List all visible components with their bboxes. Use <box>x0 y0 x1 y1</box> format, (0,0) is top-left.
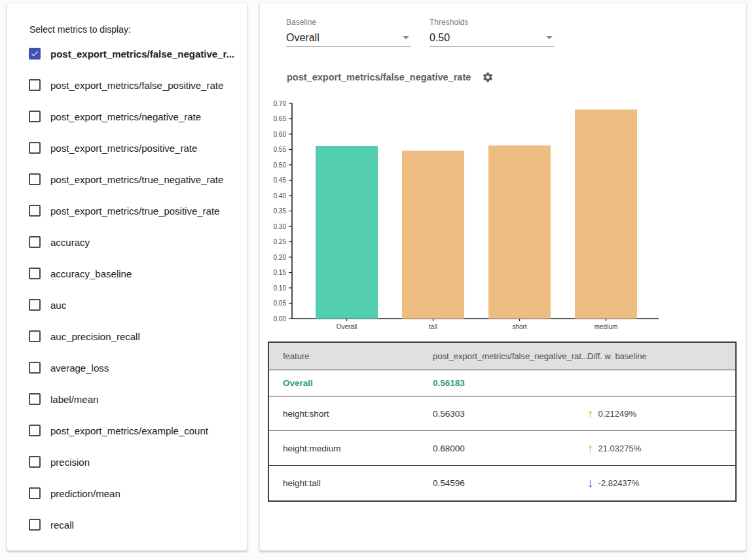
checkbox-unchecked-icon[interactable] <box>29 456 41 468</box>
checkbox-unchecked-icon[interactable] <box>29 299 41 311</box>
y-tick-label: 0.45 <box>274 177 287 184</box>
fairness-results-panel: Baseline Overall Thresholds 0.50 post_ex… <box>259 3 746 551</box>
metric-checkbox-row[interactable]: post_export_metrics/example_count <box>7 415 247 446</box>
metric-value-cell: 0.54596 <box>426 478 581 488</box>
table-header-diff: Diff. w. baseline <box>581 351 735 361</box>
y-tick-label: 0.70 <box>274 100 287 107</box>
x-tick-label: tall <box>429 323 437 330</box>
checkbox-unchecked-icon[interactable] <box>29 205 41 217</box>
thresholds-select-value-row[interactable]: 0.50 <box>430 29 554 47</box>
metric-label: accuracy_baseline <box>50 268 132 279</box>
metric-checkbox-row[interactable]: precision <box>7 446 247 478</box>
arrow-down-icon: ↓ <box>587 477 594 489</box>
chart-header: post_export_metrics/false_negative_rate <box>287 71 494 83</box>
metric-checkbox-row[interactable]: average_loss <box>7 352 247 383</box>
checkbox-unchecked-icon[interactable] <box>29 268 41 279</box>
metric-label: label/mean <box>50 394 98 405</box>
y-tick-label: 0.65 <box>274 115 287 122</box>
bar-chart: 0.000.050.100.150.200.250.300.350.400.45… <box>265 99 668 338</box>
diff-percent: -2.82437% <box>598 478 640 488</box>
metric-label: precision <box>50 457 90 468</box>
arrow-up-icon: ↑ <box>587 408 594 420</box>
diff-percent: 21.03275% <box>598 444 642 453</box>
metric-label: post_export_metrics/false_negative_r... <box>50 48 234 60</box>
feature-cell: height:short <box>269 409 426 419</box>
checkbox-checked-icon[interactable] <box>29 48 41 60</box>
y-tick-label: 0.10 <box>274 285 287 292</box>
y-tick-label: 0.25 <box>274 238 287 245</box>
metric-label: auc <box>50 300 66 311</box>
metric-label: accuracy <box>50 237 90 248</box>
metric-checkbox-row[interactable]: post_export_metrics/negative_rate <box>7 101 247 132</box>
metric-checkbox-row[interactable]: auc_precision_recall <box>7 321 247 352</box>
baseline-select-value-row[interactable]: Overall <box>286 29 411 47</box>
diff-cell: ↑0.21249% <box>581 408 735 420</box>
metric-checkbox-row[interactable]: accuracy <box>7 226 247 258</box>
checkbox-unchecked-icon[interactable] <box>29 79 41 91</box>
metric-checkbox-row[interactable]: auc <box>7 289 247 321</box>
table-row-height:medium: height:medium0.68000↑21.03275% <box>269 431 735 466</box>
bar-Overall[interactable] <box>316 146 378 319</box>
y-tick-label: 0.30 <box>274 223 287 230</box>
baseline-select-value: Overall <box>286 32 320 44</box>
metric-checkbox-row[interactable]: post_export_metrics/false_positive_rate <box>7 69 247 101</box>
thresholds-select-value: 0.50 <box>430 32 450 44</box>
bar-medium[interactable] <box>575 109 637 319</box>
chevron-down-icon <box>403 36 409 39</box>
y-tick-label: 0.00 <box>274 315 287 323</box>
y-tick-label: 0.35 <box>274 207 287 215</box>
metric-selector-panel: Select metrics to display: post_export_m… <box>7 3 247 551</box>
metric-checkbox-row[interactable]: label/mean <box>7 383 247 415</box>
table-row-Overall: Overall0.56183 <box>269 370 735 396</box>
feature-cell: height:tall <box>269 478 426 488</box>
baseline-select[interactable]: Baseline Overall <box>286 18 411 47</box>
y-tick-label: 0.50 <box>274 162 287 169</box>
checkbox-unchecked-icon[interactable] <box>29 111 41 122</box>
feature-cell: height:medium <box>269 444 426 453</box>
checkbox-unchecked-icon[interactable] <box>29 173 41 185</box>
chevron-down-icon <box>546 36 553 39</box>
metric-checkbox-row[interactable]: post_export_metrics/true_positive_rate <box>7 195 247 226</box>
checkbox-unchecked-icon[interactable] <box>29 487 41 499</box>
checkbox-unchecked-icon[interactable] <box>29 393 41 405</box>
metric-value-cell: 0.68000 <box>426 444 581 453</box>
y-tick-label: 0.15 <box>274 269 287 276</box>
table-header-feature: feature <box>269 351 426 361</box>
metric-label: recall <box>50 519 74 531</box>
checkbox-unchecked-icon[interactable] <box>29 519 41 531</box>
checkbox-unchecked-icon[interactable] <box>29 236 41 248</box>
checkbox-unchecked-icon[interactable] <box>29 362 41 374</box>
table-row-height:short: height:short0.56303↑0.21249% <box>269 396 735 431</box>
y-tick-label: 0.40 <box>274 192 287 200</box>
metric-checkbox-row[interactable]: post_export_metrics/false_negative_r... <box>7 38 247 69</box>
metric-checkbox-row[interactable]: post_export_metrics/positive_rate <box>7 132 247 164</box>
diff-percent: 0.21249% <box>598 409 637 419</box>
metrics-table: feature post_export_metrics/false_negati… <box>268 341 737 502</box>
metric-selector-title: Select metrics to display: <box>29 24 131 35</box>
checkbox-unchecked-icon[interactable] <box>29 330 41 342</box>
y-tick-label: 0.55 <box>274 146 287 153</box>
baseline-select-label: Baseline <box>286 18 411 27</box>
metric-checkbox-list: post_export_metrics/false_negative_r...p… <box>7 38 247 540</box>
thresholds-select[interactable]: Thresholds 0.50 <box>430 18 554 47</box>
metric-label: average_loss <box>50 362 109 374</box>
y-tick-label: 0.20 <box>274 254 287 261</box>
x-tick-label: medium <box>595 323 618 330</box>
metric-checkbox-row[interactable]: recall <box>7 509 247 540</box>
metric-label: post_export_metrics/false_positive_rate <box>50 80 223 91</box>
metric-checkbox-row[interactable]: post_export_metrics/true_negative_rate <box>7 164 247 195</box>
diff-cell: ↓-2.82437% <box>581 477 735 489</box>
metric-checkbox-row[interactable]: accuracy_baseline <box>7 258 247 289</box>
metric-label: prediction/mean <box>50 488 120 499</box>
y-tick-label: 0.05 <box>274 300 287 307</box>
y-tick-label: 0.60 <box>274 131 287 138</box>
metric-label: post_export_metrics/negative_rate <box>50 111 201 122</box>
bar-short[interactable] <box>488 145 551 319</box>
checkbox-unchecked-icon[interactable] <box>29 425 41 436</box>
gear-icon[interactable] <box>482 71 494 83</box>
metric-label: post_export_metrics/example_count <box>50 425 208 436</box>
chart-title: post_export_metrics/false_negative_rate <box>287 72 471 82</box>
checkbox-unchecked-icon[interactable] <box>29 142 41 154</box>
bar-tall[interactable] <box>402 150 464 319</box>
metric-checkbox-row[interactable]: prediction/mean <box>7 478 247 509</box>
